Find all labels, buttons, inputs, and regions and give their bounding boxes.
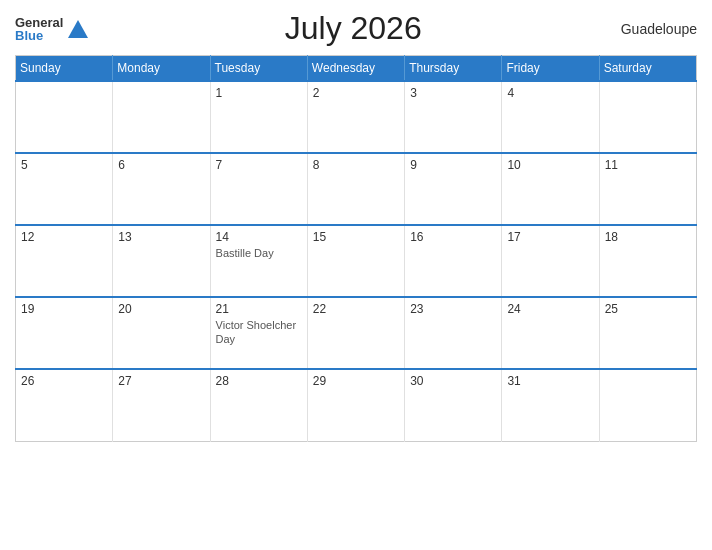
calendar-cell: 8: [307, 153, 404, 225]
day-number: 2: [313, 86, 399, 100]
day-number: 30: [410, 374, 496, 388]
event-label: Victor Shoelcher Day: [216, 319, 297, 345]
calendar-week-2: 121314Bastille Day15161718: [16, 225, 697, 297]
calendar-cell: 28: [210, 369, 307, 441]
calendar-cell: 1: [210, 81, 307, 153]
day-number: 18: [605, 230, 691, 244]
calendar-cell: 13: [113, 225, 210, 297]
calendar-cell: 20: [113, 297, 210, 369]
header-tuesday: Tuesday: [210, 56, 307, 82]
day-number: 23: [410, 302, 496, 316]
calendar-cell: 18: [599, 225, 696, 297]
day-number: 5: [21, 158, 107, 172]
day-number: 14: [216, 230, 302, 244]
region-label: Guadeloupe: [617, 21, 697, 37]
logo: General Blue: [15, 16, 89, 42]
day-number: 22: [313, 302, 399, 316]
calendar-cell: 2: [307, 81, 404, 153]
day-number: 20: [118, 302, 204, 316]
day-number: 9: [410, 158, 496, 172]
event-label: Bastille Day: [216, 247, 274, 259]
day-number: 4: [507, 86, 593, 100]
calendar-cell: 6: [113, 153, 210, 225]
calendar-cell: 31: [502, 369, 599, 441]
day-number: 8: [313, 158, 399, 172]
calendar-cell: 23: [405, 297, 502, 369]
day-number: 16: [410, 230, 496, 244]
calendar-cell: 25: [599, 297, 696, 369]
month-title: July 2026: [89, 10, 617, 47]
calendar-cell: [113, 81, 210, 153]
day-number: 29: [313, 374, 399, 388]
calendar-cell: 9: [405, 153, 502, 225]
calendar-week-4: 262728293031: [16, 369, 697, 441]
calendar-table: Sunday Monday Tuesday Wednesday Thursday…: [15, 55, 697, 442]
day-number: 6: [118, 158, 204, 172]
calendar-week-0: 1234: [16, 81, 697, 153]
weekday-header-row: Sunday Monday Tuesday Wednesday Thursday…: [16, 56, 697, 82]
day-number: 27: [118, 374, 204, 388]
calendar-cell: 27: [113, 369, 210, 441]
calendar-cell: 15: [307, 225, 404, 297]
calendar-cell: 10: [502, 153, 599, 225]
day-number: 24: [507, 302, 593, 316]
logo-icon: [67, 18, 89, 40]
calendar-week-1: 567891011: [16, 153, 697, 225]
header: General Blue July 2026 Guadeloupe: [15, 10, 697, 47]
day-number: 19: [21, 302, 107, 316]
header-thursday: Thursday: [405, 56, 502, 82]
calendar-cell: 5: [16, 153, 113, 225]
calendar-cell: [16, 81, 113, 153]
calendar-cell: 22: [307, 297, 404, 369]
day-number: 7: [216, 158, 302, 172]
calendar-cell: 7: [210, 153, 307, 225]
day-number: 21: [216, 302, 302, 316]
day-number: 3: [410, 86, 496, 100]
day-number: 1: [216, 86, 302, 100]
calendar-cell: 12: [16, 225, 113, 297]
calendar-cell: 26: [16, 369, 113, 441]
day-number: 15: [313, 230, 399, 244]
day-number: 25: [605, 302, 691, 316]
day-number: 28: [216, 374, 302, 388]
calendar-cell: 3: [405, 81, 502, 153]
calendar-cell: 30: [405, 369, 502, 441]
calendar-cell: 19: [16, 297, 113, 369]
day-number: 11: [605, 158, 691, 172]
calendar-cell: 17: [502, 225, 599, 297]
header-friday: Friday: [502, 56, 599, 82]
calendar-cell: 21Victor Shoelcher Day: [210, 297, 307, 369]
calendar-cell: 29: [307, 369, 404, 441]
calendar-cell: 24: [502, 297, 599, 369]
header-monday: Monday: [113, 56, 210, 82]
calendar-cell: [599, 369, 696, 441]
page: General Blue July 2026 Guadeloupe Sunday…: [0, 0, 712, 550]
calendar-cell: 14Bastille Day: [210, 225, 307, 297]
logo-blue-text: Blue: [15, 29, 63, 42]
logo-general-text: General: [15, 16, 63, 29]
header-saturday: Saturday: [599, 56, 696, 82]
day-number: 10: [507, 158, 593, 172]
day-number: 12: [21, 230, 107, 244]
calendar-cell: [599, 81, 696, 153]
day-number: 17: [507, 230, 593, 244]
day-number: 26: [21, 374, 107, 388]
day-number: 31: [507, 374, 593, 388]
day-number: 13: [118, 230, 204, 244]
svg-marker-0: [68, 20, 88, 38]
header-wednesday: Wednesday: [307, 56, 404, 82]
header-sunday: Sunday: [16, 56, 113, 82]
calendar-week-3: 192021Victor Shoelcher Day22232425: [16, 297, 697, 369]
calendar-cell: 16: [405, 225, 502, 297]
calendar-cell: 11: [599, 153, 696, 225]
calendar-cell: 4: [502, 81, 599, 153]
